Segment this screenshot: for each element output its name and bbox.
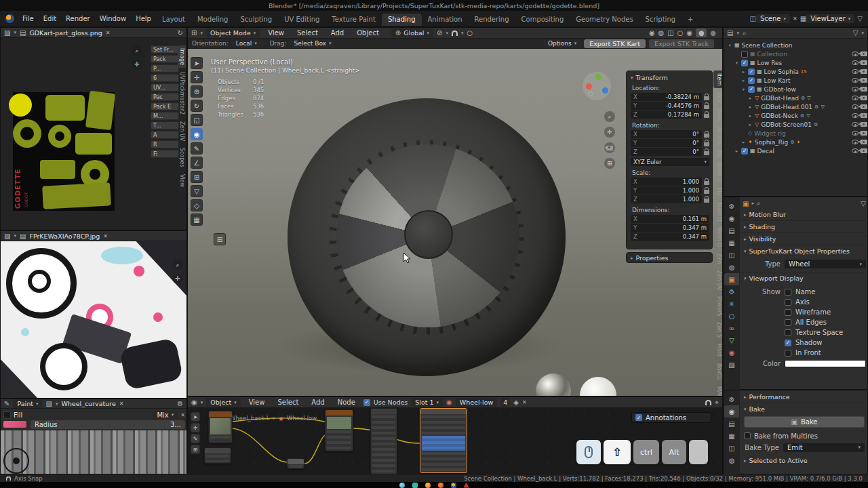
disable-render-icon[interactable] <box>861 69 867 74</box>
tab-material-icon[interactable]: ◉ <box>724 346 739 359</box>
image-refresh-icon[interactable]: ↻ <box>178 29 183 37</box>
axis-x-handle[interactable] <box>586 83 592 89</box>
disable-render-icon[interactable] <box>861 113 867 118</box>
shader-type-selector[interactable]: Object▾ <box>206 398 240 407</box>
n-tab[interactable]: PowerS <box>713 293 723 319</box>
tool-annotate[interactable]: ✎ <box>191 142 203 155</box>
constraint-icon[interactable]: ⚙ <box>790 140 794 145</box>
disable-render-icon[interactable] <box>861 131 867 136</box>
window-titlebar[interactable]: Blender* [/media/zaqraven/Library/Projec… <box>0 0 868 11</box>
mode-selector[interactable]: Object Mode▾ <box>206 28 260 37</box>
tool-transform[interactable]: ◉ <box>191 128 203 140</box>
disable-render-icon[interactable] <box>861 140 867 144</box>
hide-viewport-icon[interactable] <box>852 104 859 109</box>
menu-node[interactable]: Node <box>333 399 360 406</box>
tool-rotate[interactable]: ◱ <box>191 114 203 126</box>
drag-selector[interactable]: Select Box▾ <box>290 39 336 47</box>
tool-measure[interactable]: ∠ <box>191 157 203 169</box>
outliner-row-low-sophia[interactable]: ▸▦Low Sophia15 <box>724 67 867 76</box>
disable-render-icon[interactable] <box>861 122 867 127</box>
n-tab[interactable]: BoxCu <box>713 361 723 384</box>
disable-render-icon[interactable] <box>861 87 867 92</box>
sidebar-tab[interactable]: Zen UV <box>178 119 186 144</box>
taskbar-app-icon[interactable] <box>399 483 405 488</box>
menu-render[interactable]: Render <box>61 15 95 22</box>
pin-icon[interactable]: ⌖ <box>715 399 719 407</box>
tab-data-icon[interactable]: ▽ <box>724 334 739 346</box>
snap-magnet-icon[interactable] <box>452 30 458 36</box>
axis-checkbox[interactable] <box>785 299 791 306</box>
image-close-icon[interactable]: ✕ <box>106 30 111 36</box>
breadcrumb-search-icon[interactable]: ⌕ <box>757 199 761 207</box>
taskbar-app-icon[interactable] <box>425 483 431 488</box>
panel-button[interactable]: R <box>151 140 179 148</box>
scale-x-field[interactable]: X1.000 <box>631 178 702 186</box>
dimensions-z-field[interactable]: Z0.347 m <box>631 232 709 241</box>
panel-button[interactable]: P... <box>151 64 179 73</box>
exclude-checkbox[interactable] <box>748 77 755 84</box>
tab-shading[interactable]: Shading <box>382 14 422 26</box>
exclude-checkbox[interactable] <box>748 68 755 75</box>
proportional-edit-icon[interactable]: ○ <box>467 29 473 37</box>
editor-type-caret-icon[interactable]: ▾ <box>14 233 16 239</box>
image-browse-icon[interactable]: ▤ <box>20 232 26 240</box>
tab-tool-icon[interactable]: ⚙ <box>724 200 739 212</box>
reference-image-preview[interactable] <box>1 241 186 398</box>
n-tab[interactable]: Zen S <box>713 319 723 340</box>
lock-icon[interactable] <box>704 181 709 185</box>
radius-slider[interactable]: Radius 3... <box>31 420 185 429</box>
lock-icon[interactable] <box>704 151 709 155</box>
panel-button[interactable]: Pack <box>151 55 179 63</box>
panel-motion-blur[interactable]: ▸Motion Blur <box>744 211 786 218</box>
location-z-field[interactable]: Z0.17284 m <box>631 110 702 119</box>
editor-type-shader-icon[interactable]: ◉ <box>191 399 197 406</box>
pan-icon[interactable]: ✛ <box>172 273 183 284</box>
exclude-checkbox[interactable] <box>748 86 755 93</box>
n-tab[interactable]: Zen <box>713 251 723 266</box>
n-tab[interactable]: Mi <box>713 148 723 159</box>
display-color-swatch[interactable] <box>785 360 866 367</box>
modifier-icon[interactable]: ⚙ <box>814 104 818 110</box>
lock-icon[interactable] <box>704 190 709 194</box>
show-overlays-icon[interactable]: ◍ <box>658 29 665 37</box>
show-gizmo-icon[interactable]: ◉ <box>649 29 655 37</box>
panel-visibility[interactable]: ▸Visibility <box>744 235 776 243</box>
taskbar-app-icon[interactable] <box>412 483 418 488</box>
image-caret-icon[interactable]: ▾ <box>56 401 58 407</box>
add-workspace-button[interactable]: + <box>682 14 699 26</box>
texture-space-checkbox[interactable] <box>785 329 791 336</box>
viewport-canvas[interactable]: User Perspective (Local) (11) Scene Coll… <box>188 49 723 396</box>
sidebar-tab[interactable]: View <box>178 171 186 190</box>
shading-solid-icon[interactable]: ◉ <box>687 29 693 37</box>
tab-layout[interactable]: Layout <box>156 14 191 26</box>
tab-viewlayer-icon[interactable]: ▦ <box>724 430 739 442</box>
panel-button[interactable]: A <box>151 131 179 139</box>
tab-output-icon[interactable]: ▤ <box>724 224 739 237</box>
scale-y-field[interactable]: Y1.000 <box>631 186 702 195</box>
viewport-pan-icon[interactable]: ✛ <box>604 127 615 138</box>
n-tab[interactable]: Bone L <box>713 160 723 184</box>
panel-button[interactable]: 6 <box>151 74 179 82</box>
exclude-checkbox[interactable] <box>741 51 748 58</box>
rotation-y-field[interactable]: Y0° <box>631 139 702 147</box>
blend-close-icon[interactable]: ✕ <box>180 412 185 418</box>
disable-render-icon[interactable] <box>861 104 867 109</box>
hide-viewport-icon[interactable] <box>852 113 859 118</box>
panel-button[interactable]: Fi <box>151 150 179 158</box>
export-stk-kart-button[interactable]: Export STK Kart <box>584 39 646 48</box>
slot-selector[interactable]: Slot 1▾ <box>411 398 443 407</box>
fake-user-shield-icon[interactable]: ◈ <box>513 399 519 406</box>
image-browse-icon[interactable]: ▤ <box>20 29 26 37</box>
zoom-icon[interactable]: ⌕ <box>172 260 183 270</box>
export-stk-track-button[interactable]: Export STK Track <box>649 39 714 48</box>
scene-unlink-icon[interactable]: ✕ <box>793 16 797 22</box>
breadcrumb-filter-icon[interactable]: ▽ <box>861 200 866 207</box>
editor-type-caret-icon[interactable]: ▾ <box>201 400 203 405</box>
n-tab[interactable]: Flu <box>713 185 723 199</box>
tab-compositing[interactable]: Compositing <box>515 14 570 26</box>
pivot-point-icon[interactable]: ⊘ <box>437 29 442 37</box>
tool-tweak[interactable]: ➤ <box>191 57 203 69</box>
node-tool-links[interactable]: ⊞ <box>191 445 200 454</box>
bake-multires-checkbox[interactable] <box>744 432 751 439</box>
image-close-icon[interactable]: ✕ <box>103 233 108 239</box>
